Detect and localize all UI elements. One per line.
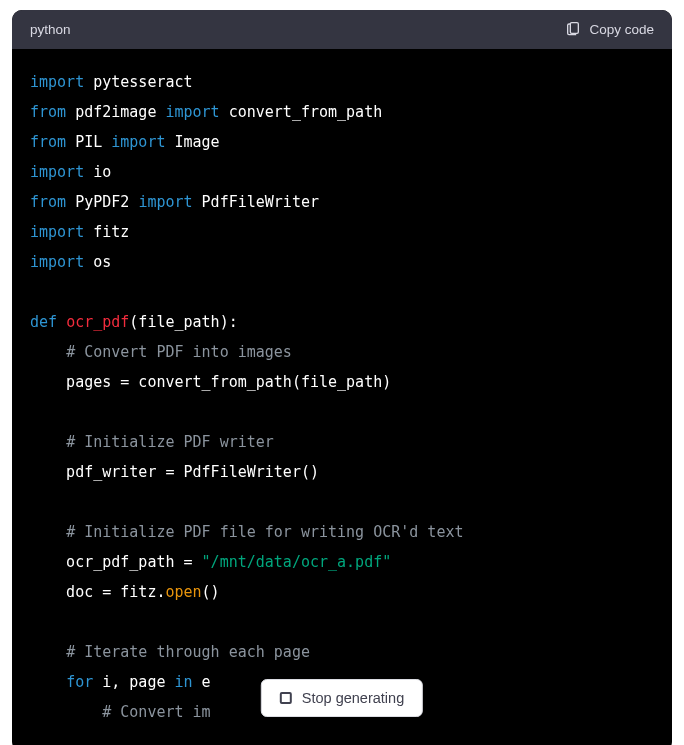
- stop-generating-button[interactable]: Stop generating: [261, 679, 423, 717]
- code-content: import pytesseract from pdf2image import…: [30, 67, 654, 727]
- stop-generating-label: Stop generating: [302, 690, 404, 706]
- language-label: python: [30, 22, 71, 37]
- code-block-header: python Copy code: [12, 10, 672, 49]
- clipboard-icon: [565, 20, 581, 39]
- code-body: import pytesseract from pdf2image import…: [12, 49, 672, 745]
- code-block: python Copy code import pytesseract from…: [12, 10, 672, 745]
- copy-code-label: Copy code: [589, 22, 654, 37]
- svg-rect-0: [571, 23, 579, 34]
- copy-code-button[interactable]: Copy code: [565, 20, 654, 39]
- stop-icon: [280, 692, 292, 704]
